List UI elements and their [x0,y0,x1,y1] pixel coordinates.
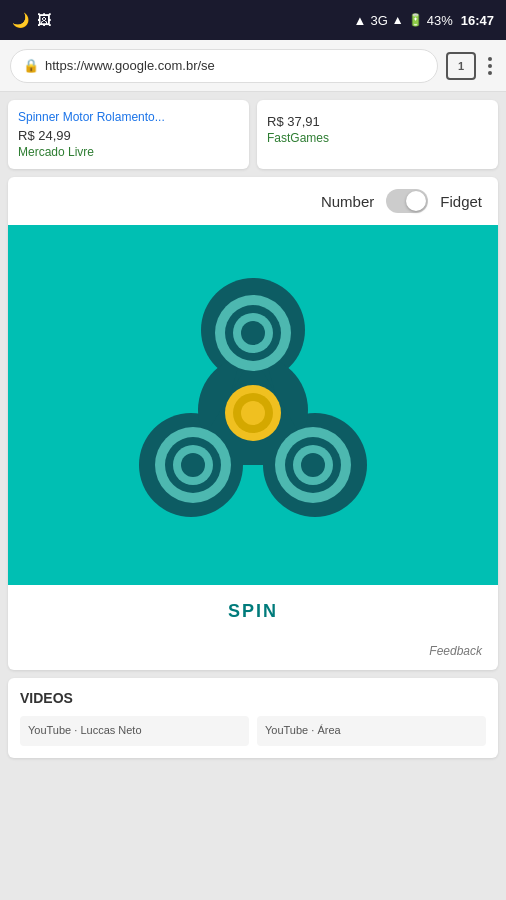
battery-icon: 🔋 [408,13,423,27]
svg-point-9 [241,321,265,345]
time-label: 16:47 [461,13,494,28]
spinner-svg [103,255,403,555]
spin-button[interactable]: SPIN [228,601,278,622]
product-price-2: R$ 37,91 [267,114,488,129]
product-seller-2: FastGames [267,131,488,145]
product-name-1: Spinner Motor Rolamento... [18,110,239,124]
menu-dot-2 [488,64,492,68]
videos-section: VIDEOS YouTube · Luccas Neto YouTube · Á… [8,678,498,758]
status-bar: 🌙 🖼 ▲ 3G ▲ 🔋 43% 16:47 [0,0,506,40]
spinner-canvas[interactable] [8,225,498,585]
svg-point-20 [241,401,265,425]
status-bar-left: 🌙 🖼 [12,12,51,28]
toggle-fidget-label: Fidget [440,193,482,210]
menu-dot-3 [488,71,492,75]
video-card-1[interactable]: YouTube · Luccas Neto [20,716,249,746]
url-bar[interactable]: 🔒 https://www.google.com.br/se [10,49,438,83]
battery-level: 43% [427,13,453,28]
product-card-1[interactable]: Spinner Motor Rolamento... R$ 24,99 Merc… [8,100,249,169]
moon-icon: 🌙 [12,12,29,28]
product-price-1: R$ 24,99 [18,128,239,143]
url-text: https://www.google.com.br/se [45,58,425,73]
videos-title: VIDEOS [20,690,486,706]
spin-button-row: SPIN [8,585,498,638]
product-row: Spinner Motor Rolamento... R$ 24,99 Merc… [8,100,498,169]
feedback-row: Feedback [8,638,498,670]
page-content: Spinner Motor Rolamento... R$ 24,99 Merc… [0,92,506,766]
menu-dot-1 [488,57,492,61]
signal-bars: ▲ [392,13,404,27]
network-label: 3G [370,13,387,28]
toggle-knob [406,191,426,211]
signal-icon: ▲ [354,13,367,28]
svg-point-13 [181,453,205,477]
video-source-1: YouTube · Luccas Neto [28,724,241,736]
browser-bar: 🔒 https://www.google.com.br/se 1 [0,40,506,92]
toggle-number-label: Number [321,193,374,210]
spinner-widget-card: Number Fidget [8,177,498,670]
spinner-toggle-row: Number Fidget [8,177,498,225]
toggle-switch[interactable] [386,189,428,213]
photo-icon: 🖼 [37,12,51,28]
tab-button[interactable]: 1 [446,52,476,80]
video-row: YouTube · Luccas Neto YouTube · Área [20,716,486,746]
video-card-2[interactable]: YouTube · Área [257,716,486,746]
browser-menu-button[interactable] [484,53,496,79]
product-seller-1: Mercado Livre [18,145,239,159]
feedback-label[interactable]: Feedback [429,644,482,658]
video-source-2: YouTube · Área [265,724,478,736]
lock-icon: 🔒 [23,58,39,73]
status-bar-right: ▲ 3G ▲ 🔋 43% 16:47 [354,13,494,28]
product-card-2[interactable]: R$ 37,91 FastGames [257,100,498,169]
svg-point-17 [301,453,325,477]
